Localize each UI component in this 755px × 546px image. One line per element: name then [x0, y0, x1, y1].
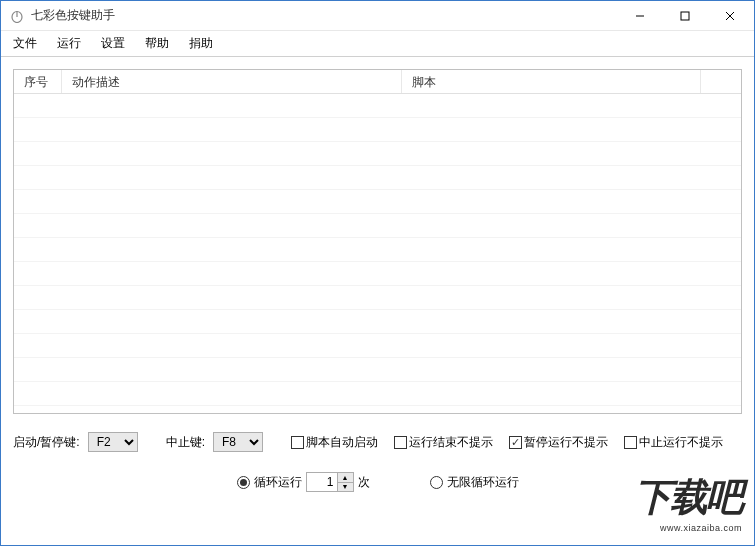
action-table[interactable]: 序号 动作描述 脚本 [13, 69, 742, 414]
col-script[interactable]: 脚本 [402, 70, 701, 93]
spinner-down-icon[interactable]: ▼ [338, 483, 353, 492]
table-row [14, 94, 741, 118]
start-pause-select[interactable]: F2 [88, 432, 138, 452]
loop-count-input[interactable] [307, 473, 337, 491]
table-row [14, 358, 741, 382]
start-pause-label: 启动/暂停键: [13, 434, 80, 451]
table-body[interactable] [14, 94, 741, 413]
checkbox-icon [624, 436, 637, 449]
table-row [14, 382, 741, 406]
col-spacer [701, 70, 741, 93]
infinite-loop-label: 无限循环运行 [447, 474, 519, 491]
cb-stop-noprompt[interactable]: 中止运行不提示 [624, 434, 723, 451]
table-row [14, 166, 741, 190]
table-row [14, 142, 741, 166]
menu-settings[interactable]: 设置 [91, 31, 135, 56]
titlebar: 七彩色按键助手 [1, 1, 754, 31]
table-row [14, 118, 741, 142]
radio-icon [430, 476, 443, 489]
menu-run[interactable]: 运行 [47, 31, 91, 56]
checkbox-icon [291, 436, 304, 449]
window-title: 七彩色按键助手 [31, 7, 617, 24]
stop-select[interactable]: F8 [213, 432, 263, 452]
loop-run-label: 循环运行 [254, 474, 302, 491]
radio-icon [237, 476, 250, 489]
menu-help[interactable]: 帮助 [135, 31, 179, 56]
minimize-button[interactable] [617, 2, 662, 30]
hotkey-row: 启动/暂停键: F2 中止键: F8 脚本自动启动 运行结束不提示 暂停运行不提… [13, 432, 742, 452]
loop-row: 循环运行 ▲ ▼ 次 无限循环运行 [13, 472, 742, 492]
table-row [14, 334, 741, 358]
watermark-url: www.xiazaiba.com [660, 523, 742, 533]
table-row [14, 190, 741, 214]
menu-donate[interactable]: 捐助 [179, 31, 223, 56]
radio-loop-count[interactable]: 循环运行 ▲ ▼ 次 [237, 472, 370, 492]
window-controls [617, 2, 752, 30]
cb-pause-noprompt[interactable]: 暂停运行不提示 [509, 434, 608, 451]
col-description[interactable]: 动作描述 [62, 70, 402, 93]
table-row [14, 286, 741, 310]
table-row [14, 238, 741, 262]
cb-end-noprompt[interactable]: 运行结束不提示 [394, 434, 493, 451]
radio-loop-infinite[interactable]: 无限循环运行 [430, 474, 519, 491]
table-row [14, 310, 741, 334]
cb-autostart[interactable]: 脚本自动启动 [291, 434, 378, 451]
checkbox-icon [394, 436, 407, 449]
checkbox-icon [509, 436, 522, 449]
svg-rect-3 [681, 12, 689, 20]
table-row [14, 262, 741, 286]
loop-count-spinner[interactable]: ▲ ▼ [306, 472, 354, 492]
stop-label: 中止键: [166, 434, 205, 451]
maximize-button[interactable] [662, 2, 707, 30]
app-icon [9, 8, 25, 24]
table-row [14, 214, 741, 238]
times-label: 次 [358, 474, 370, 491]
checkbox-group: 脚本自动启动 运行结束不提示 暂停运行不提示 中止运行不提示 [291, 434, 723, 451]
table-header: 序号 动作描述 脚本 [14, 70, 741, 94]
menubar: 文件 运行 设置 帮助 捐助 [1, 31, 754, 57]
content-area: 序号 动作描述 脚本 启动/暂停键: F2 中止键: F [1, 57, 754, 504]
spinner-up-icon[interactable]: ▲ [338, 473, 353, 483]
close-button[interactable] [707, 2, 752, 30]
col-seq[interactable]: 序号 [14, 70, 62, 93]
menu-file[interactable]: 文件 [3, 31, 47, 56]
